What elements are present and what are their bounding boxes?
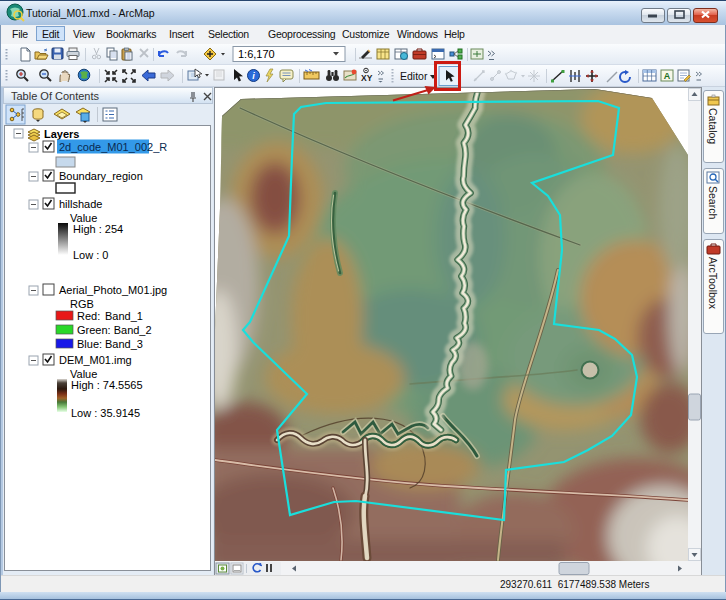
- svg-text:Green: Band_2: Green: Band_2: [77, 324, 152, 336]
- svg-text:Low : 0: Low : 0: [73, 249, 108, 261]
- svg-text:XY: XY: [361, 73, 373, 83]
- svg-text:Value: Value: [70, 368, 97, 380]
- svg-text:Value: Value: [70, 212, 97, 224]
- svg-text:hillshade: hillshade: [59, 198, 102, 210]
- svg-text:Band_3: Band_3: [105, 338, 143, 350]
- svg-text:1:6,170: 1:6,170: [238, 48, 275, 60]
- svg-text:Layers: Layers: [44, 128, 79, 140]
- svg-text:Band_1: Band_1: [105, 310, 143, 322]
- svg-text:Low : 35.9145: Low : 35.9145: [71, 407, 140, 419]
- svg-text:2d_code_M01_002_R: 2d_code_M01_002_R: [59, 141, 167, 153]
- svg-text:Red:: Red:: [77, 310, 100, 322]
- svg-text:Aerial_Photo_M01.jpg: Aerial_Photo_M01.jpg: [59, 284, 167, 296]
- svg-text:A: A: [664, 71, 671, 81]
- svg-text:Boundary_region: Boundary_region: [59, 170, 143, 182]
- svg-text:High : 74.5565: High : 74.5565: [71, 379, 143, 391]
- svg-text:Blue:: Blue:: [77, 338, 102, 350]
- svg-text:High : 254: High : 254: [73, 223, 123, 235]
- svg-text:DEM_M01.img: DEM_M01.img: [59, 354, 132, 366]
- svg-text:RGB: RGB: [70, 298, 94, 310]
